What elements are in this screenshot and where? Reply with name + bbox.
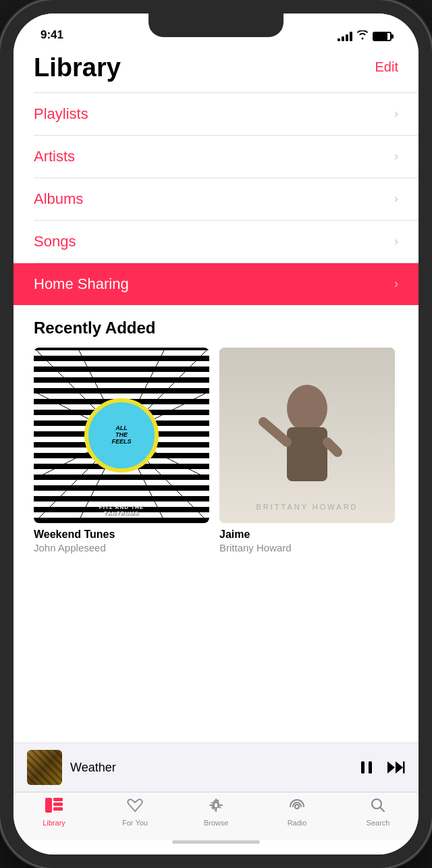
mini-player-info: Weather (70, 761, 351, 775)
mini-player-controls (359, 760, 405, 775)
notch (148, 13, 284, 37)
menu-item-home-sharing[interactable]: Home Sharing › (14, 263, 418, 305)
mini-player-art-pattern (27, 750, 62, 785)
svg-marker-21 (387, 761, 395, 774)
home-indicator (172, 840, 260, 844)
tab-library-label: Library (43, 819, 65, 827)
pause-icon (359, 760, 374, 775)
status-icons (338, 30, 392, 42)
album-name-0: Weekend Tunes (34, 528, 209, 541)
album-card-0[interactable]: ALLTHEFEELS FITZ AND THETANTRUMS Weekend… (34, 348, 209, 553)
search-icon (371, 798, 385, 817)
tab-search-label: Search (367, 819, 390, 827)
menu-list: Playlists › Artists › Albums › Songs › (14, 92, 418, 305)
chevron-icon: › (394, 234, 398, 248)
svg-rect-23 (403, 761, 405, 774)
tab-bar: Library For You (14, 792, 418, 840)
section-title-recently-added: Recently Added (14, 305, 418, 348)
svg-rect-19 (361, 761, 364, 774)
phone-frame: 9:41 (0, 0, 432, 868)
svg-point-32 (295, 805, 299, 809)
fitz-text: FITZ AND THETANTRUMS (34, 504, 209, 516)
mini-player-art (27, 750, 62, 785)
phone-screen: 9:41 (14, 13, 418, 855)
svg-text:BRITTANY HOWARD: BRITTANY HOWARD (256, 503, 358, 511)
svg-rect-20 (369, 761, 372, 774)
tab-search[interactable]: Search (351, 798, 405, 827)
status-time: 9:41 (40, 28, 63, 42)
album-artist-1: Brittany Howard (219, 542, 395, 553)
skip-forward-button[interactable] (386, 760, 405, 775)
chevron-icon: › (394, 192, 398, 206)
browse-icon (209, 798, 223, 817)
album-art-2-inner: BRITTANY HOWARD (219, 348, 395, 523)
chevron-icon: › (394, 149, 398, 163)
album-art-1: BRITTANY HOWARD (219, 348, 395, 523)
home-indicator-area (14, 840, 418, 855)
edit-button[interactable]: Edit (375, 54, 398, 75)
page-title: Library (34, 54, 121, 82)
battery-icon (373, 32, 392, 41)
svg-rect-26 (53, 803, 63, 806)
tab-browse-label: Browse (204, 819, 229, 827)
signal-icon (338, 32, 352, 41)
for-you-icon (127, 798, 143, 817)
menu-item-albums[interactable]: Albums › (14, 178, 418, 220)
album-artist-0: John Appleseed (34, 542, 209, 553)
album-card-1[interactable]: BRITTANY HOWARD Jaime Brittany Howard (219, 348, 395, 553)
svg-point-14 (287, 385, 327, 432)
wifi-icon (356, 30, 369, 42)
album-center-circle: ALLTHEFEELS (84, 398, 159, 472)
chevron-icon: › (394, 107, 398, 121)
library-icon (45, 798, 63, 817)
menu-item-artists[interactable]: Artists › (14, 136, 418, 178)
content-area: Library Edit Playlists › Artists › Album… (14, 47, 418, 742)
chevron-icon: › (394, 277, 398, 291)
album-art-svg: BRITTANY HOWARD (219, 348, 395, 523)
header: Library Edit (14, 47, 418, 82)
album-center-text: ALLTHEFEELS (111, 425, 131, 445)
svg-rect-27 (53, 807, 63, 811)
svg-marker-22 (396, 761, 403, 774)
mini-player[interactable]: Weather (14, 742, 418, 792)
mini-player-title: Weather (70, 761, 351, 775)
tab-browse[interactable]: Browse (189, 798, 243, 827)
tab-for-you-label: For You (122, 819, 148, 827)
albums-grid: ALLTHEFEELS FITZ AND THETANTRUMS Weekend… (14, 348, 418, 553)
tab-library[interactable]: Library (27, 798, 81, 827)
pause-button[interactable] (359, 760, 374, 775)
svg-rect-25 (53, 798, 63, 801)
recently-added-section: Recently Added (14, 305, 418, 553)
menu-item-playlists[interactable]: Playlists › (14, 93, 418, 135)
svg-rect-15 (287, 427, 327, 481)
skip-forward-icon (386, 760, 405, 775)
svg-line-34 (380, 807, 384, 811)
menu-item-songs[interactable]: Songs › (14, 221, 418, 263)
tab-for-you[interactable]: For You (108, 798, 162, 827)
album-art-0: ALLTHEFEELS FITZ AND THETANTRUMS (34, 348, 209, 523)
tab-radio[interactable]: Radio (270, 798, 324, 827)
radio-icon (288, 798, 306, 817)
svg-rect-24 (45, 798, 52, 813)
album-name-1: Jaime (219, 528, 395, 541)
tab-radio-label: Radio (288, 819, 307, 827)
